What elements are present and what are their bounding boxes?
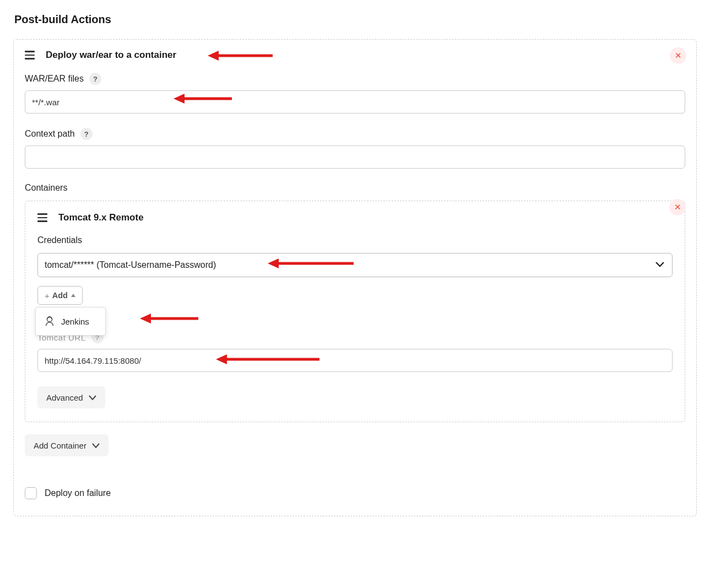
dropdown-item-jenkins[interactable]: Jenkins xyxy=(36,311,105,332)
drag-handle-icon[interactable] xyxy=(25,50,36,61)
plus-icon: + xyxy=(45,291,50,300)
advanced-label: Advanced xyxy=(46,393,83,402)
container-block: Tomcat 9.x Remote ✕ Credentials tomcat/*… xyxy=(25,201,685,422)
add-container-button[interactable]: Add Container xyxy=(25,434,109,456)
deploy-header: Deploy war/ear to a container ✕ xyxy=(25,50,685,61)
add-credential-wrap: + Add Jenkins xyxy=(37,286,673,305)
context-path-label: Context path xyxy=(25,129,75,139)
advanced-button[interactable]: Advanced xyxy=(37,386,105,408)
chevron-down-icon xyxy=(89,393,96,402)
remove-action-button[interactable]: ✕ xyxy=(670,47,686,64)
post-build-action-block: Deploy war/ear to a container ✕ WAR/EAR … xyxy=(13,39,697,516)
triangle-up-icon xyxy=(71,294,75,297)
close-icon: ✕ xyxy=(674,202,681,212)
remove-container-button[interactable]: ✕ xyxy=(669,199,686,215)
war-files-input[interactable] xyxy=(25,90,685,114)
tomcat-url-label: Tomcat URL ? xyxy=(37,331,673,343)
container-title: Tomcat 9.x Remote xyxy=(58,212,144,223)
drag-handle-icon[interactable] xyxy=(37,212,48,223)
war-files-label: WAR/EAR files xyxy=(25,74,84,84)
credentials-value: tomcat/****** (Tomcat-Username-Password) xyxy=(45,260,216,270)
add-container-label: Add Container xyxy=(34,441,86,450)
container-header: Tomcat 9.x Remote ✕ xyxy=(37,212,673,223)
chevron-down-icon xyxy=(92,441,100,450)
close-icon: ✕ xyxy=(675,51,682,60)
annotation-arrow-icon xyxy=(208,48,274,63)
credentials-select[interactable]: tomcat/****** (Tomcat-Username-Password) xyxy=(37,253,673,277)
context-path-field: Context path ? xyxy=(25,128,685,169)
add-button-label: Add xyxy=(52,291,68,300)
deploy-title: Deploy war/ear to a container xyxy=(46,50,176,61)
add-credential-button[interactable]: + Add xyxy=(37,286,83,305)
help-icon[interactable]: ? xyxy=(80,128,93,140)
svg-marker-1 xyxy=(208,51,219,61)
context-path-input[interactable] xyxy=(25,145,685,169)
deploy-on-failure-checkbox[interactable] xyxy=(25,487,37,499)
jenkins-icon xyxy=(44,315,56,327)
annotation-arrow-icon xyxy=(140,311,199,326)
page-title: Post-build Actions xyxy=(14,13,697,26)
credentials-label: Credentials xyxy=(37,235,673,245)
deploy-on-failure-label: Deploy on failure xyxy=(45,488,111,498)
help-icon[interactable]: ? xyxy=(89,73,101,85)
dropdown-item-label: Jenkins xyxy=(61,317,89,326)
svg-marker-8 xyxy=(140,314,151,323)
tomcat-url-input[interactable] xyxy=(37,349,673,372)
containers-label: Containers xyxy=(25,183,685,193)
war-files-field: WAR/EAR files ? xyxy=(25,73,685,114)
add-credential-dropdown: Jenkins xyxy=(35,307,106,336)
